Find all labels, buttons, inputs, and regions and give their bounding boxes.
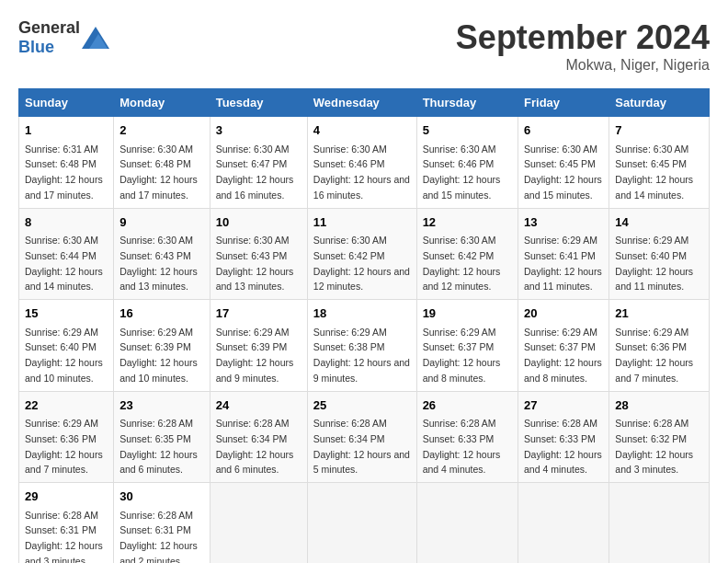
day-info: Sunrise: 6:29 AMSunset: 6:37 PMDaylight:… [423, 327, 501, 384]
calendar-cell: 21 Sunrise: 6:29 AMSunset: 6:36 PMDaylig… [609, 300, 710, 392]
day-info: Sunrise: 6:30 AMSunset: 6:46 PMDaylight:… [423, 144, 501, 201]
col-header-sunday: Sunday [19, 89, 114, 117]
day-number: 23 [119, 396, 204, 415]
day-info: Sunrise: 6:29 AMSunset: 6:38 PMDaylight:… [313, 327, 410, 384]
day-number: 5 [423, 121, 512, 140]
day-number: 13 [524, 213, 603, 232]
calendar-header-row: SundayMondayTuesdayWednesdayThursdayFrid… [19, 89, 710, 117]
week-row-5: 29 Sunrise: 6:28 AMSunset: 6:31 PMDaylig… [19, 483, 710, 564]
day-info: Sunrise: 6:30 AMSunset: 6:46 PMDaylight:… [313, 144, 410, 201]
day-info: Sunrise: 6:29 AMSunset: 6:39 PMDaylight:… [216, 327, 294, 384]
calendar-cell: 3 Sunrise: 6:30 AMSunset: 6:47 PMDayligh… [210, 117, 307, 209]
calendar-cell: 14 Sunrise: 6:29 AMSunset: 6:40 PMDaylig… [609, 208, 710, 300]
day-info: Sunrise: 6:28 AMSunset: 6:34 PMDaylight:… [313, 418, 410, 475]
logo-text: General Blue [18, 18, 80, 57]
calendar-cell: 6 Sunrise: 6:30 AMSunset: 6:45 PMDayligh… [518, 117, 609, 209]
calendar-cell: 30 Sunrise: 6:28 AMSunset: 6:31 PMDaylig… [114, 483, 210, 564]
calendar-cell: 11 Sunrise: 6:30 AMSunset: 6:42 PMDaylig… [307, 208, 416, 300]
calendar-cell: 28 Sunrise: 6:28 AMSunset: 6:32 PMDaylig… [609, 391, 710, 483]
calendar-table: SundayMondayTuesdayWednesdayThursdayFrid… [18, 88, 710, 563]
day-number: 12 [423, 213, 512, 232]
calendar-cell: 27 Sunrise: 6:28 AMSunset: 6:33 PMDaylig… [518, 391, 609, 483]
day-info: Sunrise: 6:28 AMSunset: 6:35 PMDaylight:… [119, 418, 198, 475]
day-number: 4 [313, 121, 411, 140]
calendar-cell: 19 Sunrise: 6:29 AMSunset: 6:37 PMDaylig… [416, 300, 518, 392]
calendar-cell: 23 Sunrise: 6:28 AMSunset: 6:35 PMDaylig… [114, 391, 210, 483]
calendar-cell: 25 Sunrise: 6:28 AMSunset: 6:34 PMDaylig… [307, 391, 416, 483]
week-row-3: 15 Sunrise: 6:29 AMSunset: 6:40 PMDaylig… [19, 300, 710, 392]
location-title: Mokwa, Niger, Nigeria [456, 57, 710, 74]
calendar-cell: 18 Sunrise: 6:29 AMSunset: 6:38 PMDaylig… [307, 300, 416, 392]
day-info: Sunrise: 6:30 AMSunset: 6:45 PMDaylight:… [524, 144, 602, 201]
day-info: Sunrise: 6:30 AMSunset: 6:42 PMDaylight:… [423, 235, 501, 292]
logo-icon [82, 27, 109, 49]
day-number: 19 [423, 304, 512, 323]
col-header-friday: Friday [518, 89, 609, 117]
calendar-cell [518, 483, 609, 564]
day-info: Sunrise: 6:28 AMSunset: 6:31 PMDaylight:… [25, 510, 103, 564]
calendar-cell: 13 Sunrise: 6:29 AMSunset: 6:41 PMDaylig… [518, 208, 609, 300]
day-number: 11 [313, 213, 411, 232]
day-number: 16 [119, 304, 204, 323]
calendar-cell: 26 Sunrise: 6:28 AMSunset: 6:33 PMDaylig… [416, 391, 518, 483]
day-info: Sunrise: 6:30 AMSunset: 6:44 PMDaylight:… [25, 235, 103, 292]
calendar-cell [609, 483, 710, 564]
day-number: 25 [313, 396, 411, 415]
logo: General Blue [18, 18, 109, 57]
day-number: 1 [25, 121, 108, 140]
day-info: Sunrise: 6:30 AMSunset: 6:43 PMDaylight:… [216, 235, 294, 292]
day-number: 17 [216, 304, 301, 323]
calendar-cell [416, 483, 518, 564]
day-number: 30 [119, 488, 204, 506]
title-block: September 2024 Mokwa, Niger, Nigeria [456, 18, 710, 74]
calendar-cell: 16 Sunrise: 6:29 AMSunset: 6:39 PMDaylig… [114, 300, 210, 392]
day-number: 9 [119, 213, 204, 232]
day-info: Sunrise: 6:28 AMSunset: 6:31 PMDaylight:… [119, 510, 198, 564]
calendar-cell [210, 483, 307, 564]
calendar-cell: 15 Sunrise: 6:29 AMSunset: 6:40 PMDaylig… [19, 300, 114, 392]
day-number: 24 [216, 396, 301, 415]
day-info: Sunrise: 6:29 AMSunset: 6:36 PMDaylight:… [615, 327, 693, 384]
calendar-cell: 7 Sunrise: 6:30 AMSunset: 6:45 PMDayligh… [609, 117, 710, 209]
col-header-monday: Monday [114, 89, 210, 117]
calendar-cell: 17 Sunrise: 6:29 AMSunset: 6:39 PMDaylig… [210, 300, 307, 392]
col-header-tuesday: Tuesday [210, 89, 307, 117]
day-info: Sunrise: 6:29 AMSunset: 6:36 PMDaylight:… [25, 418, 103, 475]
calendar-cell: 24 Sunrise: 6:28 AMSunset: 6:34 PMDaylig… [210, 391, 307, 483]
day-info: Sunrise: 6:28 AMSunset: 6:34 PMDaylight:… [216, 418, 294, 475]
calendar-cell: 29 Sunrise: 6:28 AMSunset: 6:31 PMDaylig… [19, 483, 114, 564]
calendar-cell: 1 Sunrise: 6:31 AMSunset: 6:48 PMDayligh… [19, 117, 114, 209]
calendar-cell: 10 Sunrise: 6:30 AMSunset: 6:43 PMDaylig… [210, 208, 307, 300]
calendar-cell: 2 Sunrise: 6:30 AMSunset: 6:48 PMDayligh… [114, 117, 210, 209]
calendar-cell: 8 Sunrise: 6:30 AMSunset: 6:44 PMDayligh… [19, 208, 114, 300]
calendar-cell: 5 Sunrise: 6:30 AMSunset: 6:46 PMDayligh… [416, 117, 518, 209]
col-header-thursday: Thursday [416, 89, 518, 117]
calendar-cell: 20 Sunrise: 6:29 AMSunset: 6:37 PMDaylig… [518, 300, 609, 392]
week-row-2: 8 Sunrise: 6:30 AMSunset: 6:44 PMDayligh… [19, 208, 710, 300]
month-title: September 2024 [456, 18, 710, 57]
col-header-wednesday: Wednesday [307, 89, 416, 117]
day-number: 15 [25, 304, 108, 323]
day-info: Sunrise: 6:28 AMSunset: 6:33 PMDaylight:… [423, 418, 501, 475]
day-info: Sunrise: 6:30 AMSunset: 6:48 PMDaylight:… [119, 144, 198, 201]
page-header: General Blue September 2024 Mokwa, Niger… [18, 18, 710, 74]
day-number: 21 [615, 304, 703, 323]
day-number: 22 [25, 396, 108, 415]
day-info: Sunrise: 6:29 AMSunset: 6:37 PMDaylight:… [524, 327, 602, 384]
calendar-cell: 9 Sunrise: 6:30 AMSunset: 6:43 PMDayligh… [114, 208, 210, 300]
day-number: 20 [524, 304, 603, 323]
day-info: Sunrise: 6:29 AMSunset: 6:40 PMDaylight:… [615, 235, 693, 292]
day-number: 10 [216, 213, 301, 232]
day-info: Sunrise: 6:29 AMSunset: 6:41 PMDaylight:… [524, 235, 602, 292]
day-number: 14 [615, 213, 703, 232]
day-number: 3 [216, 121, 301, 140]
day-info: Sunrise: 6:28 AMSunset: 6:33 PMDaylight:… [524, 418, 602, 475]
day-number: 7 [615, 121, 703, 140]
day-number: 27 [524, 396, 603, 415]
day-number: 26 [423, 396, 512, 415]
calendar-cell: 4 Sunrise: 6:30 AMSunset: 6:46 PMDayligh… [307, 117, 416, 209]
day-info: Sunrise: 6:28 AMSunset: 6:32 PMDaylight:… [615, 418, 693, 475]
day-number: 8 [25, 213, 108, 232]
day-number: 29 [25, 488, 108, 506]
calendar-cell: 22 Sunrise: 6:29 AMSunset: 6:36 PMDaylig… [19, 391, 114, 483]
